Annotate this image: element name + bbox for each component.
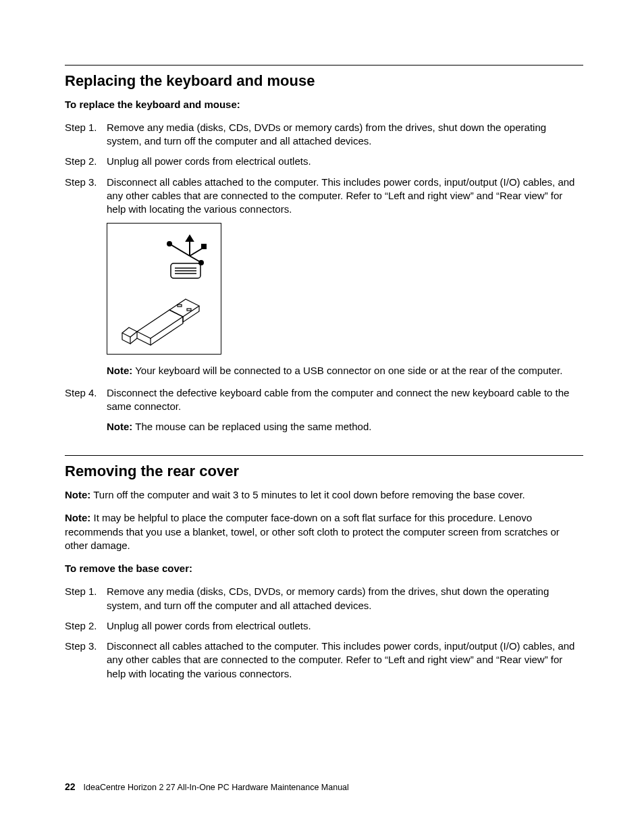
- step-label: Step 3.: [65, 176, 107, 217]
- step-label: Step 1.: [65, 585, 107, 613]
- step-label: Step 2.: [65, 619, 107, 633]
- note-text: Your keyboard will be connected to a USB…: [132, 365, 562, 376]
- section1-subhead: To replace the keyboard and mouse:: [65, 98, 583, 111]
- svg-marker-3: [186, 236, 193, 241]
- svg-rect-13: [187, 309, 191, 311]
- note-text: It may be helpful to place the computer …: [65, 512, 560, 551]
- page: Replacing the keyboard and mouse To repl…: [0, 0, 644, 834]
- step-label: Step 2.: [65, 155, 107, 168]
- divider: [65, 65, 583, 66]
- note-text: Turn off the computer and wait 3 to 5 mi…: [90, 489, 525, 500]
- svg-line-6: [190, 256, 199, 261]
- svg-rect-12: [178, 305, 182, 307]
- step-text: Disconnect the defective keyboard cable …: [107, 386, 583, 414]
- note-label: Note:: [65, 512, 90, 523]
- svg-rect-5: [202, 244, 206, 249]
- section-heading-replacing: Replacing the keyboard and mouse: [65, 71, 583, 91]
- step-label: Step 3.: [65, 640, 107, 681]
- step-text: Remove any media (disks, CDs, DVDs or me…: [107, 121, 583, 149]
- list-item: Step 2. Unplug all power cords from elec…: [65, 155, 583, 168]
- page-number: 22: [65, 781, 76, 792]
- note-label: Note:: [107, 365, 132, 376]
- footer-title: IdeaCentre Horizon 2 27 All-In-One PC Ha…: [84, 783, 349, 792]
- page-footer: 22IdeaCentre Horizon 2 27 All-In-One PC …: [65, 781, 349, 793]
- section-heading-removing: Removing the rear cover: [65, 461, 583, 481]
- step-text: Remove any media (disks, CDs, DVDs, or m…: [107, 585, 583, 613]
- note-label: Note:: [107, 421, 132, 432]
- usb-connector-figure: [107, 223, 221, 355]
- step-text: Disconnect all cables attached to the co…: [107, 176, 583, 217]
- list-item: Step 3. Disconnect all cables attached t…: [65, 176, 583, 217]
- section1-steps: Step 1. Remove any media (disks, CDs, DV…: [65, 121, 583, 217]
- note-block: Note: Turn off the computer and wait 3 t…: [65, 488, 583, 502]
- step-text: Disconnect all cables attached to the co…: [107, 640, 583, 681]
- list-item: Step 1. Remove any media (disks, CDs, DV…: [65, 585, 583, 613]
- section2-subhead: To remove the base cover:: [65, 562, 583, 575]
- note-text: The mouse can be replaced using the same…: [132, 421, 371, 432]
- list-item: Step 1. Remove any media (disks, CDs, DV…: [65, 121, 583, 149]
- list-item: Step 4. Disconnect the defective keyboar…: [65, 386, 583, 414]
- note-block: Note: It may be helpful to place the com…: [65, 511, 583, 552]
- note-label: Note:: [65, 489, 90, 500]
- step-text: Unplug all power cords from electrical o…: [107, 155, 583, 168]
- usb-icon: [110, 226, 218, 351]
- list-item: Step 3. Disconnect all cables attached t…: [65, 640, 583, 681]
- note-block: Note: Your keyboard will be connected to…: [107, 364, 583, 377]
- note-block: Note: The mouse can be replaced using th…: [107, 420, 583, 434]
- step-label: Step 4.: [65, 386, 107, 414]
- section2-steps: Step 1. Remove any media (disks, CDs, DV…: [65, 585, 583, 681]
- step-text: Unplug all power cords from electrical o…: [107, 619, 583, 633]
- divider: [65, 455, 583, 456]
- list-item: Step 2. Unplug all power cords from elec…: [65, 619, 583, 633]
- step-label: Step 1.: [65, 121, 107, 149]
- svg-line-1: [169, 244, 190, 256]
